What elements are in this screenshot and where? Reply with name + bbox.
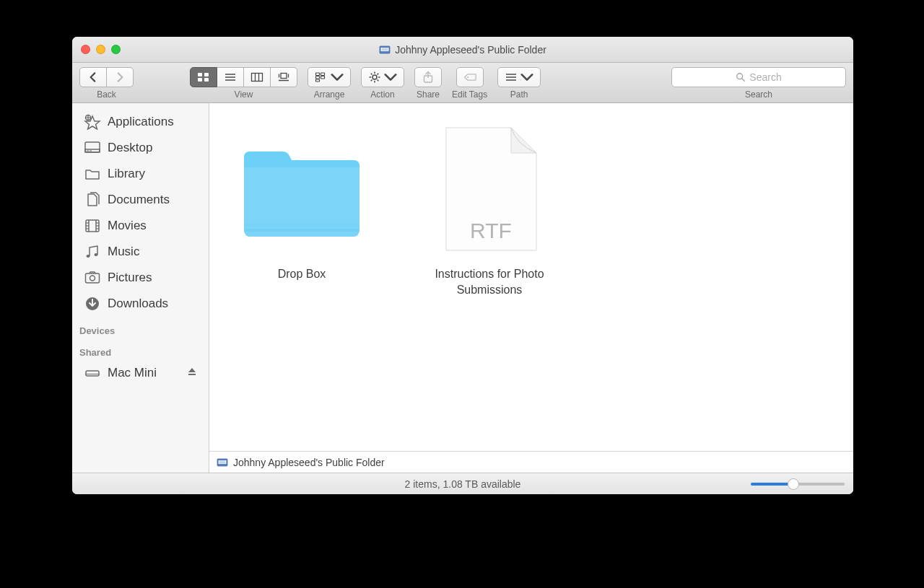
toolbar: Back View [72,63,853,103]
finder-window: Johhny Appleseed's Public Folder Back [72,37,853,494]
sidebar-item-downloads[interactable]: Downloads [72,291,209,317]
svg-point-60 [90,276,95,281]
applications-icon [84,114,101,130]
svg-rect-7 [198,78,202,82]
path-location[interactable]: Johhny Appleseed's Public Folder [233,457,385,468]
path-button[interactable] [497,67,541,87]
forward-button[interactable] [107,67,134,87]
svg-rect-5 [198,73,202,76]
tags-label: Edit Tags [452,89,487,100]
svg-rect-20 [316,76,320,79]
share-label: Share [417,89,440,100]
path-bar: Johhny Appleseed's Public Folder [209,451,853,473]
back-label: Back [97,89,116,100]
sidebar-item-music[interactable]: Music [72,239,209,265]
action-button[interactable] [361,67,404,87]
svg-line-31 [371,80,372,82]
svg-rect-66 [244,229,359,232]
svg-rect-8 [204,78,209,82]
coverflow-view-button[interactable] [271,67,297,87]
close-button[interactable] [81,45,90,54]
svg-point-57 [87,255,90,258]
back-button[interactable] [79,67,107,87]
arrange-group: Arrange [308,67,351,100]
edit-tags-button[interactable] [456,67,484,87]
svg-rect-22 [321,73,325,76]
svg-rect-46 [87,151,89,152]
sidebar-item-label: Downloads [108,297,168,311]
svg-rect-64 [188,374,196,375]
devices-header: Devices [72,317,209,338]
sidebar-item-applications[interactable]: Applications [72,109,209,135]
sidebar-item-label: Music [108,245,139,259]
sidebar-item-label: Mac Mini [108,366,157,380]
search-input[interactable]: Search [671,67,846,87]
rtf-document-icon: RTF [417,120,562,258]
shared-header: Shared [72,338,209,360]
sidebar-item-mac-mini[interactable]: Mac Mini [72,360,209,386]
view-group: View [190,67,297,100]
desktop-icon [84,140,101,156]
sidebar-item-documents[interactable]: Documents [72,187,209,213]
share-group: Share [414,67,442,100]
svg-rect-21 [316,79,320,82]
status-bar: 2 items, 1.08 TB available [72,473,853,494]
eject-icon[interactable] [187,366,197,380]
nav-group: Back [79,67,134,100]
status-text: 2 items, 1.08 TB available [405,478,521,490]
file-label: Drop Box [230,266,374,282]
svg-rect-19 [316,73,320,76]
library-icon [84,166,101,182]
shared-folder-icon [379,44,391,56]
sidebar-item-label: Documents [108,193,170,207]
path-label: Path [510,89,528,100]
folder-icon [230,120,374,258]
arrange-button[interactable] [308,67,351,87]
view-label: View [235,89,253,100]
svg-rect-65 [244,224,359,227]
search-label: Search [745,89,772,100]
icon-view-area[interactable]: Drop Box RTF Instructions for Photo Subm… [209,103,853,451]
music-icon [84,244,101,260]
action-group: Action [361,67,404,100]
column-view-button[interactable] [244,67,271,87]
svg-rect-23 [321,76,325,79]
svg-rect-12 [252,74,263,82]
documents-icon [84,192,101,208]
file-item-drop-box[interactable]: Drop Box [230,120,374,282]
path-group: Path [497,67,541,100]
svg-text:RTF: RTF [470,219,512,242]
svg-rect-6 [204,73,209,76]
file-label: Instructions for Photo Submissions [417,266,562,297]
share-button[interactable] [414,67,442,87]
svg-rect-0 [380,46,390,53]
sidebar-item-label: Pictures [108,271,152,285]
icon-size-slider[interactable] [751,478,845,490]
svg-rect-62 [86,371,99,376]
minimize-button[interactable] [96,45,105,54]
pictures-icon [84,270,101,286]
sidebar-item-pictures[interactable]: Pictures [72,265,209,291]
sidebar-item-label: Movies [108,219,147,233]
search-icon [736,72,746,82]
sidebar-item-label: Applications [108,115,174,129]
icon-view-button[interactable] [190,67,217,87]
titlebar: Johhny Appleseed's Public Folder [72,37,853,63]
movies-icon [84,218,101,234]
sidebar: Applications Desktop Library Documents M… [72,103,209,473]
shared-folder-icon [217,457,228,468]
search-placeholder: Search [749,71,781,83]
window-title: Johhny Appleseed's Public Folder [395,44,546,56]
sidebar-item-movies[interactable]: Movies [72,213,209,239]
svg-rect-47 [90,151,92,152]
svg-point-35 [467,76,468,78]
zoom-button[interactable] [111,45,121,54]
sidebar-item-desktop[interactable]: Desktop [72,135,209,161]
svg-point-58 [95,253,98,256]
svg-rect-1 [381,48,389,51]
file-item-instructions[interactable]: RTF Instructions for Photo Submissions [417,120,562,297]
list-view-button[interactable] [217,67,244,87]
sidebar-item-library[interactable]: Library [72,161,209,187]
main-content: Drop Box RTF Instructions for Photo Subm… [209,103,853,473]
traffic-lights [81,45,121,54]
